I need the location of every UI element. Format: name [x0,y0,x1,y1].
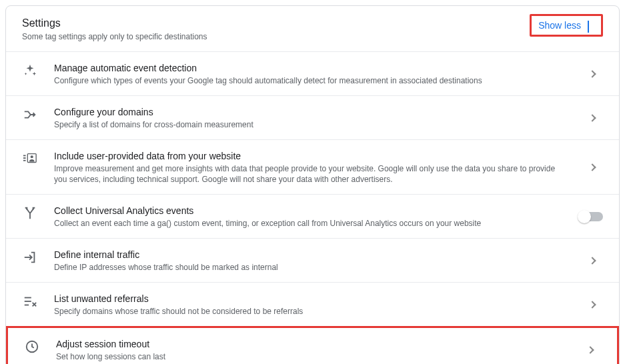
row-title: Include user-provided data from your web… [54,149,566,163]
row-desc: Define IP addresses whose traffic should… [54,262,566,273]
svg-rect-2 [23,160,26,161]
svg-point-4 [31,155,33,158]
row-title: Configure your domains [54,105,566,119]
chevron-right-icon[interactable] [580,347,601,353]
row-adjust-session-timeout[interactable]: Adjust session timeout Set how long sess… [6,326,619,364]
row-title: List unwanted referrals [54,292,566,305]
chevron-right-icon[interactable] [582,71,603,77]
chevron-right-icon[interactable] [582,258,603,263]
show-less-button[interactable]: Show less [530,14,603,37]
row-desc: Specify domains whose traffic should not… [54,306,566,317]
settings-card: Settings Some tag settings apply only to… [5,5,620,364]
settings-header: Settings Some tag settings apply only to… [6,6,619,52]
row-body: Manage automatic event detection Configu… [38,61,582,86]
row-body: Include user-provided data from your web… [38,149,582,185]
chevron-right-icon[interactable] [582,165,603,170]
show-less-label: Show less [538,20,581,31]
settings-subtitle: Some tag settings apply only to specific… [22,31,207,42]
list-remove-icon [22,293,38,309]
row-manage-automatic-event-detection[interactable]: Manage automatic event detection Configu… [6,52,619,96]
row-title: Adjust session timeout [56,337,564,351]
settings-title: Settings [22,17,207,30]
svg-rect-1 [23,157,26,159]
row-desc: Set how long sessions can last [56,351,564,362]
arrows-merge-icon [22,107,38,123]
split-arrows-icon [22,205,38,221]
row-configure-your-domains[interactable]: Configure your domains Specify a list of… [6,96,619,140]
row-title: Collect Universal Analytics events [54,204,563,217]
row-desc: Improve measurement and get more insight… [54,163,566,185]
chevron-right-icon[interactable] [582,115,603,121]
id-card-icon [22,151,38,167]
row-body: Configure your domains Specify a list of… [38,105,582,130]
row-body: List unwanted referrals Specify domains … [38,292,582,317]
row-collect-universal-analytics-events: Collect Universal Analytics events Colle… [6,195,619,239]
clock-icon [24,339,40,355]
chevron-right-icon[interactable] [582,302,603,307]
row-desc: Collect an event each time a ga() custom… [54,218,563,229]
header-text: Settings Some tag settings apply only to… [22,17,207,42]
row-include-user-provided-data[interactable]: Include user-provided data from your web… [6,140,619,195]
row-body: Define internal traffic Define IP addres… [38,248,582,273]
exit-app-icon [22,249,38,265]
sparkle-icon [22,63,38,79]
row-list-unwanted-referrals[interactable]: List unwanted referrals Specify domains … [6,283,619,327]
toggle-switch[interactable] [579,212,603,221]
row-desc: Specify a list of domains for cross-doma… [54,119,566,130]
row-desc: Configure which types of events your Goo… [54,75,566,86]
row-body: Adjust session timeout Set how long sess… [40,337,580,362]
row-title: Define internal traffic [54,248,566,261]
row-title: Manage automatic event detection [54,61,566,75]
svg-rect-0 [23,155,26,157]
row-define-internal-traffic[interactable]: Define internal traffic Define IP addres… [6,239,619,283]
chevron-up-icon [588,22,594,29]
row-body: Collect Universal Analytics events Colle… [38,204,579,229]
